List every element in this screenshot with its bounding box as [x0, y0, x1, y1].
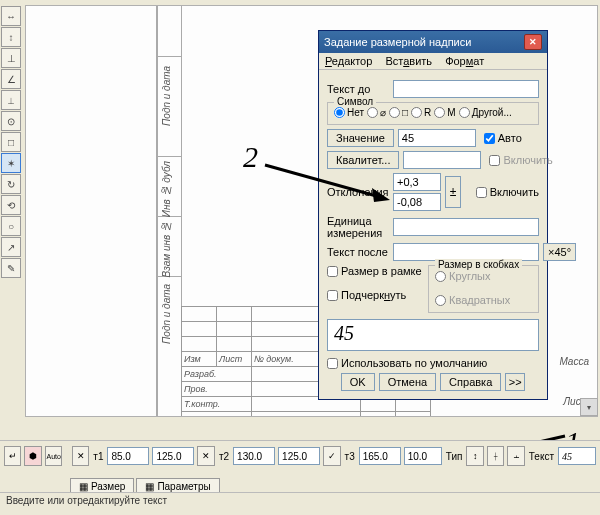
- mult45-button[interactable]: ×45°: [543, 243, 576, 261]
- auto-checkbox[interactable]: Авто: [484, 132, 546, 144]
- symbol-group: Символ Нет ⌀ □ R М Другой...: [327, 102, 539, 125]
- dimension-text-dialog: Задание размерной надписи ✕ Редактор Вст…: [318, 30, 548, 400]
- menu-format[interactable]: Формат: [445, 55, 484, 67]
- tool-btn[interactable]: ⊙: [1, 111, 21, 131]
- symbol-m[interactable]: М: [434, 107, 455, 118]
- more-button[interactable]: >>: [505, 373, 525, 391]
- tool-btn[interactable]: ⟲: [1, 195, 21, 215]
- help-button[interactable]: Справка: [440, 373, 501, 391]
- scroll-corner[interactable]: ▾: [580, 398, 598, 416]
- tool-btn[interactable]: ○: [1, 216, 21, 236]
- deviations-label: Отклонения: [327, 186, 389, 198]
- unit-label: Единица измерения: [327, 215, 389, 239]
- tool-btn[interactable]: ✎: [1, 258, 21, 278]
- tool-btn[interactable]: ∠: [1, 69, 21, 89]
- plus-minus-icon[interactable]: ±: [445, 176, 461, 208]
- value-button[interactable]: Значение: [327, 129, 394, 147]
- x1-input[interactable]: [107, 447, 149, 465]
- tool-btn[interactable]: ↻: [1, 174, 21, 194]
- point1-icon[interactable]: ✕: [72, 446, 89, 466]
- default-checkbox[interactable]: Использовать по умолчанию: [327, 357, 539, 369]
- left-toolbar: ↔ ↕ ⊥ ∠ ⟂ ⊙ □ ✶ ↻ ⟲ ○ ↗ ✎: [0, 5, 20, 279]
- qualitet-input[interactable]: [403, 151, 481, 169]
- dialog-titlebar[interactable]: Задание размерной надписи ✕: [319, 31, 547, 53]
- value-input[interactable]: [398, 129, 476, 147]
- tool-btn[interactable]: ↗: [1, 237, 21, 257]
- close-icon[interactable]: ✕: [524, 34, 542, 50]
- text-after-label: Текст после: [327, 246, 389, 258]
- menu-insert[interactable]: Вставить: [385, 55, 432, 67]
- y3-input[interactable]: [404, 447, 442, 465]
- side-label: Инв № дубл: [161, 161, 172, 217]
- stop-icon[interactable]: ⬢: [24, 446, 41, 466]
- symbol-diam[interactable]: ⌀: [367, 107, 386, 118]
- tool-btn[interactable]: ⟂: [1, 90, 21, 110]
- dialog-title: Задание размерной надписи: [324, 36, 471, 48]
- tab-icon: ▦: [145, 481, 154, 492]
- y2-input[interactable]: [278, 447, 320, 465]
- pt2-label: т2: [219, 451, 229, 462]
- tool-btn[interactable]: □: [1, 132, 21, 152]
- cancel-button[interactable]: Отмена: [379, 373, 436, 391]
- bottom-toolbar: ↵ ⬢ Auto ✕т1 ✕т2 ✓т3 Тип ↕ ⟊ ⫠ Текст: [0, 440, 600, 471]
- text-before-label: Текст до: [327, 83, 389, 95]
- ok-button[interactable]: OK: [341, 373, 375, 391]
- point3-icon[interactable]: ✓: [323, 446, 340, 466]
- titleblock-mass: Масса: [559, 356, 589, 367]
- text-label: Текст: [529, 451, 554, 462]
- x3-input[interactable]: [359, 447, 401, 465]
- text-before-input[interactable]: [393, 80, 539, 98]
- dialog-menubar: Редактор Вставить Формат: [319, 53, 547, 70]
- round-brackets[interactable]: Круглых: [435, 270, 532, 282]
- side-label: Подп и дата: [161, 284, 172, 344]
- tool-btn[interactable]: ↕: [1, 27, 21, 47]
- point2-icon[interactable]: ✕: [197, 446, 214, 466]
- status-bar: Введите или отредактируйте текст: [0, 492, 600, 515]
- text-input[interactable]: [558, 447, 596, 465]
- type-label: Тип: [446, 451, 463, 462]
- tool-btn-active[interactable]: ✶: [1, 153, 21, 173]
- y1-input[interactable]: [152, 447, 194, 465]
- square-brackets[interactable]: Квадратных: [435, 294, 532, 306]
- symbol-square[interactable]: □: [389, 107, 408, 118]
- deviation-upper-input[interactable]: [393, 173, 441, 191]
- pt3-label: т3: [345, 451, 355, 462]
- pt1-label: т1: [93, 451, 103, 462]
- type-icon[interactable]: ↕: [466, 446, 483, 466]
- deviation-include[interactable]: Включить: [476, 186, 539, 198]
- unit-input[interactable]: [393, 218, 539, 236]
- tab-icon: ▦: [79, 481, 88, 492]
- type2-icon[interactable]: ⟊: [487, 446, 504, 466]
- tool-btn[interactable]: ↔: [1, 6, 21, 26]
- apply-icon[interactable]: ↵: [4, 446, 21, 466]
- qualitet-include[interactable]: Включить: [489, 154, 551, 166]
- tool-btn[interactable]: ⊥: [1, 48, 21, 68]
- side-label: Взам инв №: [161, 221, 172, 277]
- symbol-caption: Символ: [334, 96, 376, 107]
- symbol-r[interactable]: R: [411, 107, 431, 118]
- type3-icon[interactable]: ⫠: [507, 446, 524, 466]
- symbol-none[interactable]: Нет: [334, 107, 364, 118]
- menu-editor[interactable]: Редактор: [325, 55, 372, 67]
- preview-box: 45: [327, 319, 539, 351]
- x2-input[interactable]: [233, 447, 275, 465]
- deviation-lower-input[interactable]: [393, 193, 441, 211]
- frame-checkbox[interactable]: Размер в рамке: [327, 265, 424, 277]
- auto-icon[interactable]: Auto: [45, 446, 62, 466]
- side-label: Подп и дата: [161, 66, 172, 126]
- symbol-other[interactable]: Другой...: [459, 107, 512, 118]
- qualitet-button[interactable]: Квалитет...: [327, 151, 399, 169]
- underline-checkbox[interactable]: Подчеркнуть: [327, 289, 424, 301]
- brackets-caption: Размер в скобках: [435, 259, 522, 270]
